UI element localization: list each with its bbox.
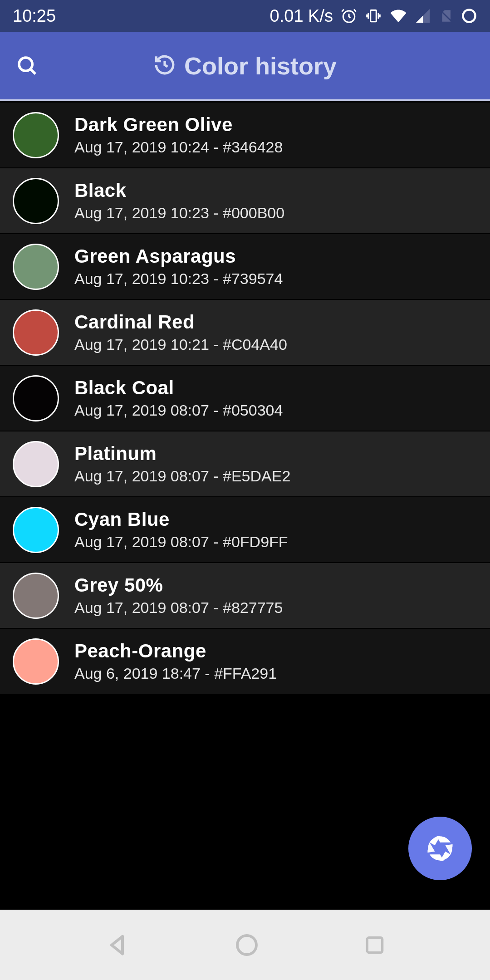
color-swatch <box>13 507 59 553</box>
color-name: Cyan Blue <box>74 509 288 530</box>
back-triangle-icon <box>104 932 130 958</box>
color-subtitle: Aug 17, 2019 10:24 - #346428 <box>74 138 283 156</box>
color-name: Platinum <box>74 443 290 465</box>
color-row-text: Cardinal RedAug 17, 2019 10:21 - #C04A40 <box>74 311 287 353</box>
alarm-icon <box>340 7 358 24</box>
color-name: Dark Green Olive <box>74 114 283 136</box>
svg-point-2 <box>463 10 475 22</box>
color-subtitle: Aug 17, 2019 10:21 - #C04A40 <box>74 336 287 353</box>
color-name: Cardinal Red <box>74 311 287 333</box>
page-title: Color history <box>184 52 337 80</box>
color-subtitle: Aug 17, 2019 10:23 - #739574 <box>74 270 283 288</box>
color-swatch <box>13 375 59 421</box>
signal-icon <box>415 8 431 24</box>
color-name: Grey 50% <box>74 574 283 596</box>
status-net-speed: 0.01 K/s <box>270 6 333 26</box>
color-row[interactable]: Peach-OrangeAug 6, 2019 18:47 - #FFA291 <box>0 628 490 694</box>
camera-aperture-icon <box>426 834 455 863</box>
color-row-text: Grey 50%Aug 17, 2019 08:07 - #827775 <box>74 574 283 617</box>
color-row-text: Cyan BlueAug 17, 2019 08:07 - #0FD9FF <box>74 509 288 551</box>
circle-icon <box>461 8 477 24</box>
color-row-text: PlatinumAug 17, 2019 08:07 - #E5DAE2 <box>74 443 290 485</box>
color-name: Green Asparagus <box>74 245 283 267</box>
color-swatch <box>13 573 59 619</box>
android-nav-bar <box>0 910 490 980</box>
color-name: Peach-Orange <box>74 640 277 662</box>
color-name: Black <box>74 180 284 201</box>
status-bar: 10:25 0.01 K/s <box>0 0 490 32</box>
status-time: 10:25 <box>13 6 56 26</box>
home-circle-icon <box>234 932 260 958</box>
color-row-text: Black CoalAug 17, 2019 08:07 - #050304 <box>74 377 283 419</box>
color-subtitle: Aug 17, 2019 08:07 - #827775 <box>74 599 283 617</box>
color-swatch <box>13 441 59 487</box>
nav-back-button[interactable] <box>104 932 130 958</box>
color-subtitle: Aug 17, 2019 08:07 - #E5DAE2 <box>74 467 290 485</box>
app-bar-title-wrap: Color history <box>14 52 476 80</box>
color-row[interactable]: Black CoalAug 17, 2019 08:07 - #050304 <box>0 365 490 431</box>
color-row[interactable]: Grey 50%Aug 17, 2019 08:07 - #827775 <box>0 563 490 628</box>
color-name: Black Coal <box>74 377 283 399</box>
color-swatch <box>13 178 59 224</box>
no-sim-icon <box>438 7 454 24</box>
color-subtitle: Aug 6, 2019 18:47 - #FFA291 <box>74 665 277 682</box>
color-row-text: Dark Green OliveAug 17, 2019 10:24 - #34… <box>74 114 283 156</box>
svg-rect-1 <box>371 10 377 21</box>
history-icon <box>153 54 176 78</box>
color-swatch <box>13 244 59 290</box>
color-row[interactable]: BlackAug 17, 2019 10:23 - #000B00 <box>0 168 490 234</box>
vibrate-icon <box>365 7 382 24</box>
color-swatch <box>13 309 59 356</box>
nav-recent-button[interactable] <box>363 934 386 956</box>
status-icons: 0.01 K/s <box>270 6 477 26</box>
color-subtitle: Aug 17, 2019 08:07 - #0FD9FF <box>74 533 288 551</box>
capture-fab[interactable] <box>408 817 472 880</box>
svg-point-5 <box>237 936 256 955</box>
nav-home-button[interactable] <box>234 932 260 958</box>
color-swatch <box>13 638 59 685</box>
wifi-icon <box>389 7 407 24</box>
color-row-text: BlackAug 17, 2019 10:23 - #000B00 <box>74 180 284 222</box>
color-subtitle: Aug 17, 2019 08:07 - #050304 <box>74 402 283 419</box>
app-bar: Color history <box>0 32 490 101</box>
color-history-list: Dark Green OliveAug 17, 2019 10:24 - #34… <box>0 102 490 694</box>
color-row-text: Peach-OrangeAug 6, 2019 18:47 - #FFA291 <box>74 640 277 682</box>
recent-square-icon <box>363 934 386 956</box>
color-row[interactable]: Green AsparagusAug 17, 2019 10:23 - #739… <box>0 234 490 299</box>
color-swatch <box>13 112 59 158</box>
color-row[interactable]: PlatinumAug 17, 2019 08:07 - #E5DAE2 <box>0 431 490 497</box>
color-row-text: Green AsparagusAug 17, 2019 10:23 - #739… <box>74 245 283 288</box>
color-subtitle: Aug 17, 2019 10:23 - #000B00 <box>74 204 284 222</box>
svg-rect-6 <box>367 937 382 952</box>
color-row[interactable]: Cyan BlueAug 17, 2019 08:07 - #0FD9FF <box>0 497 490 563</box>
color-row[interactable]: Dark Green OliveAug 17, 2019 10:24 - #34… <box>0 102 490 168</box>
color-row[interactable]: Cardinal RedAug 17, 2019 10:21 - #C04A40 <box>0 299 490 365</box>
